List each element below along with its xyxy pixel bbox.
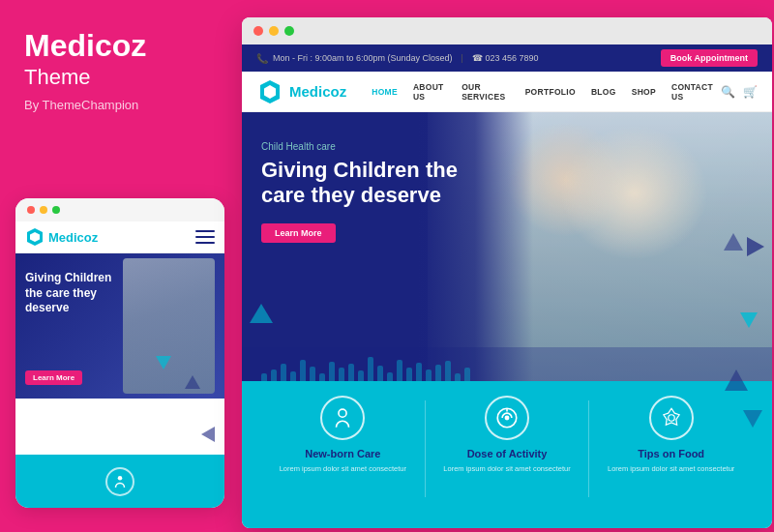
bar-chart-bar [445, 361, 451, 381]
nav-logo-text: Medicoz [289, 83, 346, 100]
mobile-learn-btn[interactable]: Learn More [25, 370, 82, 385]
menu-bar-2 [195, 236, 215, 238]
mobile-baby-icon [105, 467, 134, 496]
mobile-logo: Medicoz [25, 227, 98, 247]
mobile-nav-arrow [201, 427, 215, 442]
bar-chart-bar [319, 373, 325, 381]
activity-icon-circle [485, 396, 529, 440]
svg-point-9 [668, 415, 674, 422]
bar-chart-bar [406, 368, 412, 381]
bar-chart-bar [368, 357, 373, 381]
nav-items: HOME ABOUT US OUR SERVICES PORTFOLIO BLO… [364, 82, 721, 102]
mobile-bottom-bar [15, 455, 224, 508]
food-svg-icon [659, 405, 684, 430]
baby-icon-svg [111, 473, 129, 490]
hero-bar-chart [242, 347, 772, 381]
mobile-mockup: Medicoz Giving Children the care they de… [15, 198, 224, 508]
bar-chart-bar [348, 364, 354, 381]
nav-logo-area: Medicoz [256, 78, 346, 105]
browser-nav: Medicoz HOME ABOUT US OUR SERVICES PORTF… [242, 72, 772, 112]
browser-dot-yellow [269, 26, 279, 36]
bar-chart-bar [300, 360, 306, 381]
activity-title: Dose of Activity [467, 448, 548, 459]
food-icon-circle [649, 396, 694, 440]
mobile-triangle-1 [185, 375, 200, 389]
bar-chart-bar [329, 362, 335, 381]
mobile-titlebar [15, 198, 224, 222]
activity-text: Lorem ipsum dolor sit amet consectetur [443, 464, 570, 475]
infobar-separator: | [461, 53, 463, 63]
nav-logo-icon [256, 78, 283, 105]
card-food: Tips on Food Lorem ipsum dolor sit amet … [589, 396, 753, 475]
bar-chart-bar [426, 369, 432, 381]
food-title: Tips on Food [638, 448, 704, 459]
svg-point-7 [505, 416, 510, 421]
mobile-logo-icon [25, 227, 45, 247]
nav-item-services[interactable]: OUR SERVICES [454, 82, 518, 102]
browser-cards-section: New-born Care Lorem ipsum dolor sit amet… [242, 381, 772, 528]
bar-chart-bar [464, 368, 470, 381]
browser-infobar: 📞 Mon - Fri : 9:00am to 6:00pm (Sunday C… [242, 44, 772, 72]
newborn-svg-icon [330, 405, 355, 430]
brand-title: Medicoz [24, 29, 216, 63]
bar-chart-bar [281, 364, 286, 381]
brand-by: By ThemeChampion [24, 98, 216, 112]
browser-dot-red [253, 26, 263, 36]
activity-svg-icon [494, 405, 520, 430]
mobile-logo-text: Medicoz [48, 230, 98, 245]
nav-item-contact[interactable]: CONTACT US [664, 82, 721, 102]
nav-item-about[interactable]: ABOUT US [405, 82, 454, 102]
browser-titlebar [242, 17, 772, 44]
nav-item-shop[interactable]: SHOP [624, 87, 664, 97]
triangle-bottom-right [740, 312, 758, 328]
search-icon[interactable]: 🔍 [721, 85, 735, 99]
bar-chart-bar [435, 365, 441, 381]
mobile-hero-text: Giving Children the care they deserve [25, 271, 122, 316]
card-activity: Dose of Activity Lorem ipsum dolor sit a… [426, 396, 589, 475]
schedule-text: Mon - Fri : 9:00am to 6:00pm (Sunday Clo… [273, 53, 453, 63]
triangle-left [250, 304, 273, 323]
menu-bar-1 [195, 230, 215, 232]
brand-subtitle: Theme [24, 65, 216, 90]
hero-content: Child Health care Giving Children the ca… [261, 141, 474, 243]
nav-icons: 🔍 🛒 [721, 85, 758, 99]
browser-hero: Child Health care Giving Children the ca… [242, 112, 772, 381]
mobile-dot-red [27, 206, 35, 214]
mobile-dot-green [52, 206, 60, 214]
mobile-triangle-2 [156, 356, 171, 369]
food-text: Lorem ipsum dolor sit amet consectetur [608, 464, 734, 475]
bar-chart-bar [455, 373, 461, 381]
hero-subtitle: Child Health care [261, 141, 474, 152]
triangle-right [724, 233, 743, 251]
newborn-care-title: New-born Care [305, 448, 380, 459]
bar-chart-bar [416, 363, 422, 381]
nav-item-portfolio[interactable]: PORTFOLIO [518, 87, 583, 97]
book-appointment-button[interactable]: Book Appointment [661, 49, 758, 67]
phone-icon: 📞 [256, 53, 268, 64]
bar-chart-bar [377, 366, 383, 381]
mobile-menu-icon[interactable] [195, 230, 215, 244]
mobile-header: Medicoz [15, 222, 224, 253]
mobile-dot-yellow [40, 206, 47, 214]
hero-nav-arrow[interactable] [747, 237, 764, 256]
bar-chart-bar [397, 360, 402, 381]
svg-point-2 [118, 476, 123, 481]
nav-item-blog[interactable]: BLOG [583, 87, 624, 97]
mobile-hero-section: Giving Children the care they deserve Le… [15, 253, 224, 399]
browser-dot-green [284, 26, 294, 36]
bar-chart-bar [310, 367, 315, 381]
bar-chart-bar [339, 368, 344, 381]
cart-icon[interactable]: 🛒 [743, 85, 758, 99]
bar-chart-bar [261, 373, 267, 381]
cards-triangle-2 [743, 410, 762, 428]
hero-title: Giving Children the care they deserve [261, 158, 474, 209]
bar-chart-bar [358, 370, 364, 381]
card-newborn: New-born Care Lorem ipsum dolor sit amet… [261, 396, 425, 475]
nav-item-home[interactable]: HOME [364, 87, 405, 97]
bar-chart-bar [290, 371, 296, 381]
browser-mockup: 📞 Mon - Fri : 9:00am to 6:00pm (Sunday C… [242, 17, 772, 528]
phone-text: ☎ 023 456 7890 [472, 53, 539, 63]
hero-cta-button[interactable]: Learn More [261, 223, 336, 243]
svg-point-5 [339, 409, 346, 417]
cards-triangle-1 [725, 369, 748, 391]
